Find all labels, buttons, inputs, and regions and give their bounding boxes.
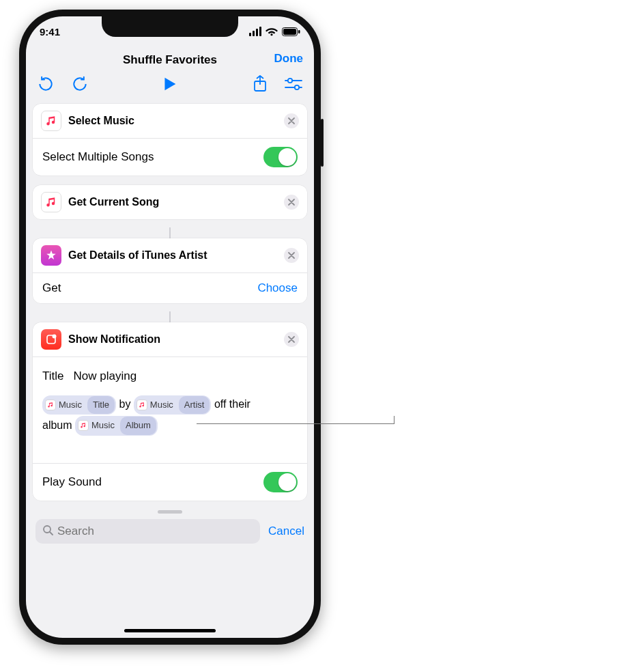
play-sound-switch[interactable]: [263, 472, 298, 492]
search-field[interactable]: [35, 519, 260, 544]
variable-token-music-album[interactable]: Music Album: [75, 416, 158, 436]
cellular-signal-icon: [249, 27, 261, 36]
flow-connector: [169, 227, 171, 238]
svg-point-4: [288, 79, 292, 83]
settings-button[interactable]: [284, 77, 303, 91]
title-field-label: Title: [42, 365, 64, 387]
body-joiner: off their: [214, 398, 250, 410]
title-field-value[interactable]: Now playing: [74, 365, 137, 387]
status-time: 9:41: [40, 26, 60, 38]
home-indicator[interactable]: [124, 629, 216, 632]
undo-button[interactable]: [37, 75, 55, 93]
row-label: Get: [42, 281, 61, 295]
delete-action-button[interactable]: [284, 195, 299, 210]
actions-list: Select Music Select Multiple Songs Get C…: [26, 100, 314, 501]
itunes-store-icon: [41, 245, 61, 266]
svg-rect-2: [298, 30, 300, 33]
done-button[interactable]: Done: [274, 52, 304, 66]
row-label: Play Sound: [42, 475, 102, 489]
select-multiple-switch[interactable]: [263, 147, 298, 167]
variable-token-music-title[interactable]: Music Title: [42, 395, 116, 415]
navbar: Shuffle Favorites Done: [26, 46, 314, 74]
page-title: Shuffle Favorites: [123, 53, 217, 67]
device-frame: 9:41 Shuffle Favorites Done: [19, 10, 321, 645]
search-input[interactable]: [57, 524, 253, 538]
get-param-row[interactable]: Get Choose: [33, 273, 307, 303]
screen: 9:41 Shuffle Favorites Done: [26, 16, 314, 638]
notification-body[interactable]: Title Now playing Music Title by Music: [33, 357, 307, 463]
svg-point-11: [53, 335, 57, 339]
notch: [102, 16, 238, 37]
svg-rect-1: [283, 29, 296, 35]
variable-token-music-artist[interactable]: Music Artist: [134, 395, 212, 415]
notification-icon: [41, 329, 61, 350]
editor-toolbar: [26, 74, 314, 100]
share-button[interactable]: [253, 75, 268, 93]
delete-action-button[interactable]: [284, 248, 299, 263]
action-title: Select Music: [68, 115, 277, 127]
delete-action-button[interactable]: [284, 332, 299, 347]
delete-action-button[interactable]: [284, 113, 299, 128]
row-label: Select Multiple Songs: [42, 150, 154, 164]
select-multiple-row: Select Multiple Songs: [33, 139, 307, 176]
flow-connector: [169, 311, 171, 322]
action-get-details-itunes-artist: Get Details of iTunes Artist Get Choose: [33, 238, 307, 303]
action-title: Get Current Song: [68, 196, 277, 208]
run-button[interactable]: [164, 76, 177, 92]
search-bar: Cancel: [26, 515, 314, 548]
action-title: Show Notification: [68, 333, 277, 346]
search-icon: [42, 524, 53, 538]
notification-body-text[interactable]: Music Title by Music Artist off their al…: [42, 394, 298, 436]
choose-link[interactable]: Choose: [257, 281, 298, 295]
wifi-icon: [266, 27, 278, 36]
svg-line-13: [50, 532, 53, 535]
svg-point-7: [295, 85, 299, 89]
action-show-notification: Show Notification Title Now playing Musi…: [33, 322, 307, 501]
sheet-grabber[interactable]: [158, 510, 182, 514]
music-app-icon: [41, 192, 61, 212]
action-select-music: Select Music Select Multiple Songs: [33, 104, 307, 176]
redo-button[interactable]: [71, 75, 89, 93]
cancel-button[interactable]: Cancel: [268, 524, 304, 538]
action-title: Get Details of iTunes Artist: [68, 249, 277, 262]
body-joiner: by: [119, 398, 130, 410]
action-get-current-song: Get Current Song: [33, 185, 307, 219]
play-sound-row: Play Sound: [33, 463, 307, 501]
body-joiner: album: [42, 419, 72, 431]
battery-icon: [282, 27, 300, 36]
music-app-icon: [41, 111, 61, 131]
